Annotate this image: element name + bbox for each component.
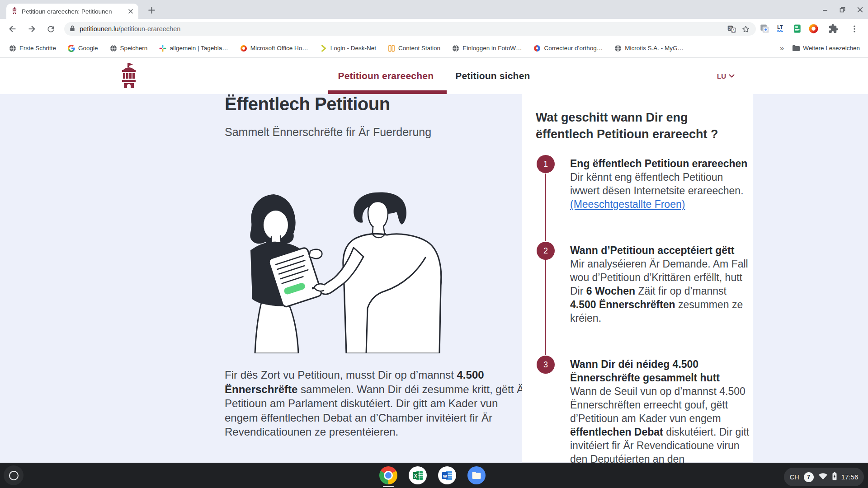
tab-strip: Petitioun erareechen: Petitiounen	[0, 0, 868, 19]
process-heading: Wat geschitt wann Dir eng ëffentlech Pet…	[536, 109, 730, 143]
active-nav-underline	[328, 90, 447, 94]
wifi-icon	[818, 473, 828, 482]
window-controls	[822, 0, 863, 19]
launcher-icon	[9, 471, 19, 480]
shelf-apps: X W	[379, 466, 486, 484]
restore-icon[interactable]	[839, 6, 846, 13]
bookmark-item[interactable]: Erste Schritte	[9, 45, 56, 52]
site-nav: Petitioun erareechen Petitioun sichen	[0, 58, 868, 94]
tab-close-icon[interactable]	[127, 8, 134, 14]
extensions-row: LT	[760, 23, 859, 34]
step-item: Eng ëffentlech Petitioun erareechen Dir …	[570, 157, 750, 211]
bookmark-item[interactable]: Content Station	[388, 45, 440, 52]
petition-signing-illustration	[235, 189, 452, 355]
google-icon	[68, 45, 75, 52]
browser-toolbar: petitiounen.lu/petitioun-erareechen 文A L…	[0, 19, 868, 39]
chromeos-shelf: X W CH 7 17:56	[0, 463, 868, 488]
sphere-icon	[533, 45, 541, 52]
step-item: Wann d’Petitioun acceptéiert gëtt Mir an…	[570, 244, 750, 325]
svg-text:LT: LT	[777, 24, 783, 30]
office-extension-icon[interactable]	[808, 23, 819, 34]
site-header: Petitioun erareechen Petitioun sichen LU	[0, 58, 868, 94]
word-app-icon[interactable]: W	[438, 466, 456, 484]
bookmark-item[interactable]: Login - Desk-Net	[320, 45, 376, 52]
globe-icon	[452, 45, 459, 52]
bookmark-item[interactable]: Speichern	[110, 45, 148, 52]
bookmark-item[interactable]: Einloggen in FotoW…	[452, 45, 522, 52]
svg-text:W: W	[443, 473, 447, 478]
intro-paragraph: Fir dës Zort vu Petitioun, musst Dir op …	[225, 368, 530, 439]
status-tray[interactable]: CH 7 17:56	[784, 468, 864, 486]
keyboard-layout: CH	[790, 474, 799, 481]
globe-icon	[9, 45, 16, 52]
chevron-icon	[320, 45, 327, 52]
folder-icon	[792, 45, 800, 52]
step-number-badge: 1	[537, 155, 555, 173]
minimize-icon[interactable]	[822, 6, 828, 13]
translate-icon[interactable]: 文A	[727, 24, 736, 34]
timeline-connector	[545, 260, 546, 355]
bookmark-item[interactable]: allgemein | Tagebla…	[159, 45, 228, 52]
notification-badge: 7	[804, 472, 814, 482]
bookmarks-bar: Erste Schritte Google Speichern allgemei…	[0, 39, 868, 58]
tab-title: Petitioun erareechen: Petitiounen	[22, 8, 124, 15]
languagetool-icon[interactable]: LT	[776, 23, 786, 34]
browser-menu-icon[interactable]	[850, 24, 859, 33]
nav-petitioun-sichen[interactable]: Petitioun sichen	[455, 70, 530, 81]
files-app-icon[interactable]	[467, 466, 486, 484]
timeline-connector	[545, 174, 546, 241]
site-favicon	[11, 7, 18, 16]
step-number-badge: 3	[537, 356, 555, 374]
address-bar[interactable]: petitiounen.lu/petitioun-erareechen 文A	[64, 22, 756, 36]
page-title: Ëffentlech Petitioun	[225, 94, 390, 114]
clock: 17:56	[841, 473, 859, 481]
step-body: Wann de Seuil vun op d’mannst 4.500 Ënne…	[570, 385, 750, 466]
new-tab-button[interactable]	[146, 4, 157, 16]
step-title: Eng ëffentlech Petitioun erareechen	[570, 157, 750, 170]
chrome-app-icon[interactable]	[379, 466, 397, 484]
chevron-down-icon	[729, 74, 735, 78]
nav-petitioun-erareechen[interactable]: Petitioun erareechen	[338, 70, 434, 81]
office-icon	[240, 45, 247, 52]
reload-icon[interactable]	[45, 23, 56, 34]
step-title: Wann d’Petitioun acceptéiert gëtt	[570, 244, 750, 257]
back-icon[interactable]	[7, 23, 18, 34]
launcher-button[interactable]	[4, 465, 24, 485]
step-body: Mir analyséieren Är Demande. Am Fall wou…	[570, 257, 750, 325]
bookmark-item[interactable]: Microsoft Office Ho…	[240, 45, 308, 52]
bookmarks-overflow-chevron[interactable]: »	[780, 44, 784, 53]
excel-app-icon[interactable]: X	[409, 466, 427, 484]
page-subtitle: Sammelt Ënnerschrëfte fir Är Fuerderung	[225, 126, 431, 139]
step-title: Wann Dir déi néideg 4.500 Ënnerschrëfte …	[570, 357, 750, 385]
process-card: Wat geschitt wann Dir eng ëffentlech Pet…	[522, 94, 753, 463]
slack-icon	[159, 45, 166, 52]
bookmark-item[interactable]: Microtis S.A. - MyG…	[614, 45, 684, 52]
step-item: Wann Dir déi néideg 4.500 Ënnerschrëfte …	[570, 357, 750, 466]
battery-icon	[832, 472, 837, 482]
bookmark-item[interactable]: Correcteur d’orthog…	[533, 45, 603, 52]
forward-icon[interactable]	[26, 23, 37, 34]
language-selector[interactable]: LU	[717, 58, 735, 94]
bookmark-item[interactable]: Google	[68, 45, 98, 52]
lock-icon	[70, 25, 75, 33]
notes-extension-icon[interactable]	[792, 23, 802, 34]
browser-tab[interactable]: Petitioun erareechen: Petitiounen	[6, 4, 138, 19]
inline-link[interactable]: (Meeschtgestallte Froen)	[570, 198, 685, 210]
close-icon[interactable]	[857, 6, 863, 13]
globe-icon	[110, 45, 117, 52]
url-text: petitiounen.lu/petitioun-erareechen	[80, 25, 180, 33]
other-bookmarks-folder[interactable]: Weitere Lesezeichen	[792, 45, 860, 52]
step-number-badge: 2	[537, 242, 555, 260]
active-app-indicator	[383, 486, 394, 487]
book-icon	[388, 45, 395, 52]
extensions-puzzle-icon[interactable]	[828, 23, 839, 34]
svg-text:X: X	[414, 473, 417, 478]
globe-icon	[614, 45, 622, 52]
step-body: Dir kënnt eng ëffentlech Petitioun iwwer…	[570, 170, 750, 211]
page-content: Ëffentlech Petitioun Sammelt Ënnerschrëf…	[0, 94, 868, 463]
bookmark-star-icon[interactable]	[741, 24, 750, 34]
screenshot-extension-icon[interactable]	[760, 23, 770, 34]
svg-text:A: A	[732, 28, 735, 32]
